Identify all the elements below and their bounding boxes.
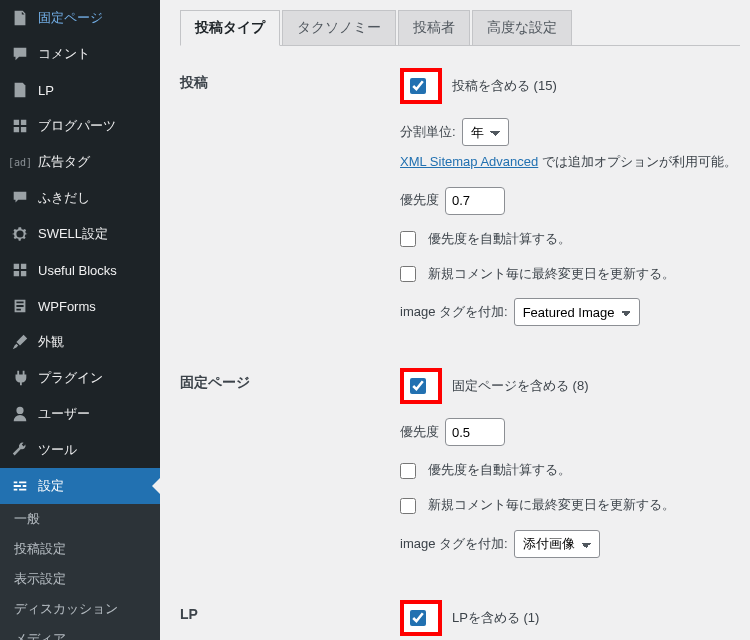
section-title-lp: LP	[180, 600, 400, 622]
page-update-on-comment-label[interactable]: 新規コメント毎に最終変更日を更新する。	[428, 495, 675, 516]
tab-advanced[interactable]: 高度な設定	[472, 10, 572, 46]
adtag-icon: [ad]	[10, 152, 30, 172]
highlight-page-include	[400, 368, 442, 404]
section-title-post: 投稿	[180, 68, 400, 92]
section-post: 投稿 投稿を含める (15) 分割単位: 年 XML Sitemap Advan…	[180, 68, 740, 340]
submenu-item-discussion[interactable]: ディスカッション	[0, 594, 160, 624]
sidebar-item-label: コメント	[38, 45, 90, 63]
user-icon	[10, 404, 30, 424]
submenu-item-media[interactable]: メディア	[0, 624, 160, 640]
sidebar-item-lp[interactable]: LP	[0, 72, 160, 108]
submenu-item-reading[interactable]: 表示設定	[0, 564, 160, 594]
comment-icon	[10, 44, 30, 64]
tab-taxonomy[interactable]: タクソノミー	[282, 10, 396, 46]
sidebar-item-label: ブログパーツ	[38, 117, 116, 135]
tab-author[interactable]: 投稿者	[398, 10, 470, 46]
post-include-label[interactable]: 投稿を含める (15)	[452, 76, 557, 97]
page-update-on-comment-checkbox[interactable]	[400, 498, 416, 514]
sidebar-item-usefulblocks[interactable]: Useful Blocks	[0, 252, 160, 288]
page-include-label[interactable]: 固定ページを含める (8)	[452, 376, 589, 397]
main-content: 投稿タイプ タクソノミー 投稿者 高度な設定 投稿 投稿を含める (15) 分割…	[160, 0, 750, 640]
sidebar-item-settings[interactable]: 設定	[0, 468, 160, 504]
sidebar-item-comment[interactable]: コメント	[0, 36, 160, 72]
section-title-page: 固定ページ	[180, 368, 400, 392]
sidebar-item-swell[interactable]: SWELL設定	[0, 216, 160, 252]
sidebar-item-label: 広告タグ	[38, 153, 90, 171]
page-priority-input[interactable]	[445, 418, 505, 446]
sidebar-item-users[interactable]: ユーザー	[0, 396, 160, 432]
submenu-item-writing[interactable]: 投稿設定	[0, 534, 160, 564]
highlight-post-include	[400, 68, 442, 104]
page-auto-priority-label[interactable]: 優先度を自動計算する。	[428, 460, 571, 481]
sidebar-item-label: プラグイン	[38, 369, 103, 387]
wrench-icon	[10, 440, 30, 460]
sliders-icon	[10, 476, 30, 496]
post-link-tail: では追加オプションが利用可能。	[538, 154, 737, 169]
sidebar-item-blogparts[interactable]: ブログパーツ	[0, 108, 160, 144]
lp-include-checkbox[interactable]	[410, 610, 426, 626]
post-auto-priority-label[interactable]: 優先度を自動計算する。	[428, 229, 571, 250]
sidebar-item-plugins[interactable]: プラグイン	[0, 360, 160, 396]
sidebar-item-appearance[interactable]: 外観	[0, 324, 160, 360]
speech-icon	[10, 188, 30, 208]
sidebar-item-label: ふきだし	[38, 189, 90, 207]
post-split-label: 分割単位:	[400, 122, 456, 143]
blocks-icon	[10, 260, 30, 280]
sidebar-item-label: 固定ページ	[38, 9, 103, 27]
brush-icon	[10, 332, 30, 352]
sidebar-item-label: ユーザー	[38, 405, 90, 423]
section-lp: LP LPを含める (1) 分割単位: 年 XML Sitemap Advanc…	[180, 600, 740, 640]
tabs: 投稿タイプ タクソノミー 投稿者 高度な設定	[180, 10, 740, 46]
post-split-select[interactable]: 年	[462, 118, 509, 146]
lp-icon	[10, 80, 30, 100]
page-priority-label: 優先度	[400, 422, 439, 443]
sidebar-item-fukidashi[interactable]: ふきだし	[0, 180, 160, 216]
post-include-checkbox[interactable]	[410, 78, 426, 94]
sidebar-item-label: 外観	[38, 333, 64, 351]
page-image-label: image タグを付加:	[400, 534, 508, 555]
sidebar-item-adtag[interactable]: [ad] 広告タグ	[0, 144, 160, 180]
sidebar-item-page[interactable]: 固定ページ	[0, 0, 160, 36]
submenu-item-general[interactable]: 一般	[0, 504, 160, 534]
page-include-checkbox[interactable]	[410, 378, 426, 394]
lp-include-label[interactable]: LPを含める (1)	[452, 608, 539, 629]
sidebar-item-wpforms[interactable]: WPForms	[0, 288, 160, 324]
page-icon	[10, 8, 30, 28]
settings-submenu: 一般 投稿設定 表示設定 ディスカッション メディア	[0, 504, 160, 640]
grid-icon	[10, 116, 30, 136]
section-page: 固定ページ 固定ページを含める (8) 優先度 優先度を自動計算する。 新規コメ…	[180, 368, 740, 572]
post-auto-priority-checkbox[interactable]	[400, 231, 416, 247]
sidebar-item-label: WPForms	[38, 299, 96, 314]
sidebar-item-tools[interactable]: ツール	[0, 432, 160, 468]
post-image-select[interactable]: Featured Image	[514, 298, 640, 326]
plug-icon	[10, 368, 30, 388]
sidebar-item-label: ツール	[38, 441, 77, 459]
post-image-label: image タグを付加:	[400, 302, 508, 323]
gear-icon	[10, 224, 30, 244]
sidebar-item-label: LP	[38, 83, 54, 98]
admin-sidebar: 固定ページ コメント LP ブログパーツ [ad] 広告タグ ふきだし SWEL…	[0, 0, 160, 640]
post-advanced-link[interactable]: XML Sitemap Advanced	[400, 154, 538, 169]
post-update-on-comment-label[interactable]: 新規コメント毎に最終変更日を更新する。	[428, 264, 675, 285]
sidebar-item-label: 設定	[38, 477, 64, 495]
post-priority-label: 優先度	[400, 190, 439, 211]
post-priority-input[interactable]	[445, 187, 505, 215]
page-auto-priority-checkbox[interactable]	[400, 463, 416, 479]
page-image-select[interactable]: 添付画像	[514, 530, 600, 558]
form-icon	[10, 296, 30, 316]
highlight-lp-include	[400, 600, 442, 636]
sidebar-item-label: Useful Blocks	[38, 263, 117, 278]
sidebar-item-label: SWELL設定	[38, 225, 108, 243]
tab-posttype[interactable]: 投稿タイプ	[180, 10, 280, 46]
post-update-on-comment-checkbox[interactable]	[400, 266, 416, 282]
